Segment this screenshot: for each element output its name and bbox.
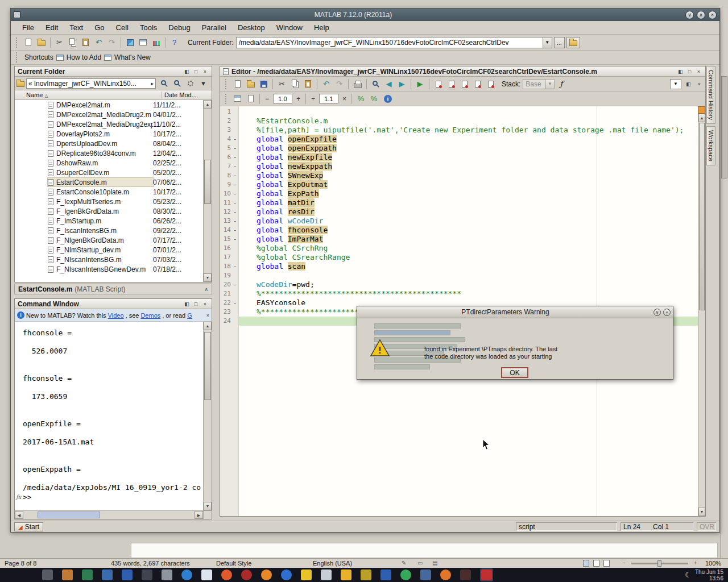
task-slot[interactable] (341, 569, 351, 580)
task-slot[interactable] (181, 569, 192, 580)
single-page-view-icon[interactable] (583, 560, 589, 567)
dock-icon[interactable]: ◧ (685, 80, 692, 88)
edit-mode-icon[interactable]: ✎ (402, 560, 406, 566)
breadcrumb[interactable]: « InovImager_jwrCF_WINLinx150... ▸ (26, 78, 156, 89)
code-line[interactable]: 3%[file,path] = uiputfile('.mat','Create… (220, 126, 698, 135)
redo-icon[interactable]: ↷ (105, 36, 118, 49)
file-row[interactable]: F_IgenBkGrdData.m08/30/2... (15, 206, 203, 216)
editor-header[interactable]: Editor - /media/data/EASY/InovImager_jwr… (220, 66, 705, 77)
menu-window[interactable]: Window (271, 22, 308, 33)
document-icon[interactable] (201, 569, 212, 580)
decrement-button[interactable]: − (262, 94, 272, 103)
find-icon[interactable] (369, 78, 382, 90)
file-row[interactable]: F_NImStartup_dev.m07/01/2... (15, 245, 203, 255)
comment-percent-icon[interactable]: % (354, 93, 367, 105)
insert-cell-icon[interactable] (231, 93, 244, 105)
tab-command-history[interactable]: Command History (706, 66, 715, 124)
dialog-titlebar[interactable]: PTdirectParameters Warning ∨× (357, 306, 673, 318)
code-line[interactable]: 2%EstartConsole.m (220, 117, 698, 126)
actions-arrow-icon[interactable]: ▾ (197, 77, 210, 90)
window-layout-button[interactable]: ▼ (670, 79, 681, 89)
code-line[interactable]: 12-global resDir (220, 207, 698, 217)
task-slot[interactable] (281, 569, 292, 580)
file-row[interactable]: F_ImStartup.m06/26/2... (15, 216, 203, 226)
menu-help[interactable]: Help (308, 22, 335, 33)
command-window-hscrollbar[interactable]: ◀ ▶ (15, 510, 203, 519)
step-in-icon[interactable] (471, 78, 484, 90)
code-line[interactable]: 5-global openExppath (220, 144, 698, 153)
go-forward-icon[interactable]: ▶ (395, 78, 408, 90)
scroll-left-icon[interactable]: ◀ (15, 511, 23, 519)
scroll-up-icon[interactable]: ▲ (204, 322, 212, 330)
save-icon[interactable] (257, 78, 270, 90)
app-icon-16[interactable] (341, 569, 351, 580)
file-row[interactable]: EstartConsole.m07/06/2... (15, 177, 203, 187)
undock-icon[interactable]: ◧ (183, 68, 191, 75)
search-icon[interactable] (158, 77, 171, 90)
shortcut-how-to-add[interactable]: How to Add (67, 53, 101, 61)
close-icon[interactable]: × (201, 68, 209, 75)
menu-parallel[interactable]: Parallel (196, 22, 232, 33)
chevron-down-icon[interactable]: ▼ (543, 38, 552, 48)
code-line[interactable]: 13-global wCodeDir (220, 217, 698, 226)
file-row[interactable]: DMPexcel2mat_MediaDrug2.m04/01/2... (15, 110, 203, 119)
multiply-value-field[interactable]: 1.1 (319, 94, 338, 103)
firefox-icon[interactable] (261, 569, 272, 580)
toolbar-handle[interactable] (225, 79, 228, 89)
app-icon-3[interactable] (82, 569, 93, 580)
step-out-icon[interactable] (484, 78, 497, 90)
office-page-count[interactable]: Page 8 of 8 (5, 560, 36, 567)
file-row[interactable]: DReplicate96to384conv.m12/04/2... (15, 148, 203, 158)
file-row[interactable]: F_IscanIntensBG.m09/22/2... (15, 226, 203, 235)
search-files-icon[interactable] (171, 77, 184, 90)
getting-started-link[interactable]: G (187, 312, 192, 319)
app-icon-21[interactable] (440, 569, 451, 580)
command-window-header[interactable]: Command Window ◧□× (15, 299, 212, 309)
current-folder-header[interactable]: Current Folder ◧□× (15, 66, 212, 77)
undo-icon[interactable]: ↶ (320, 78, 333, 90)
app-icon-19[interactable] (400, 569, 411, 580)
task-slot[interactable] (261, 569, 272, 580)
cut-icon[interactable]: ✂ (53, 36, 66, 49)
close-icon[interactable]: × (695, 68, 702, 75)
active-task-slot[interactable] (480, 568, 493, 581)
shade-icon[interactable]: ∨ (653, 309, 661, 316)
app-icon-7[interactable] (162, 569, 172, 580)
command-window-content[interactable]: fhconsole = 526.0007 fhconsole = 173.065… (15, 322, 203, 510)
close-icon[interactable]: × (201, 300, 209, 307)
undock-icon[interactable]: ◧ (183, 300, 191, 307)
task-slot[interactable] (62, 569, 73, 580)
uncomment-percent-icon[interactable]: % (367, 93, 380, 105)
app-icon-18[interactable] (380, 569, 391, 580)
scrollbar-thumb[interactable] (204, 160, 211, 204)
app-icon-6[interactable] (142, 569, 152, 580)
task-slot[interactable] (440, 569, 451, 580)
cell-divider-icon[interactable] (244, 93, 257, 105)
code-line[interactable]: 1 (220, 107, 698, 117)
copy-icon[interactable] (288, 78, 301, 90)
task-slot[interactable] (361, 569, 371, 580)
code-line[interactable]: 10-global ExpPath (220, 189, 698, 198)
task-slot[interactable] (102, 569, 113, 580)
copy-icon[interactable] (66, 36, 79, 49)
insert-function-button[interactable]: ƒ (555, 78, 568, 90)
scroll-down-icon[interactable]: ▼ (698, 508, 705, 516)
help-icon[interactable]: ? (168, 36, 181, 49)
office-scrollbar-thumb[interactable] (721, 76, 727, 178)
code-line[interactable]: 11-global matDir (220, 198, 698, 207)
undo-icon[interactable]: ↶ (92, 36, 105, 49)
scroll-up-icon[interactable]: ▲ (204, 100, 212, 109)
scrollbar-thumb[interactable] (699, 123, 705, 310)
task-slot[interactable] (142, 569, 152, 580)
scroll-right-icon[interactable]: ▶ (195, 511, 203, 519)
task-slot[interactable] (400, 569, 411, 580)
simulink-icon[interactable] (123, 36, 136, 49)
paste-icon[interactable] (79, 36, 92, 49)
set-breakpoint-icon[interactable] (432, 78, 445, 90)
app-icon-4[interactable] (102, 569, 113, 580)
close-notice-icon[interactable]: × (206, 313, 209, 318)
open-file-icon[interactable] (35, 36, 48, 49)
undock-icon[interactable]: ◧ (677, 68, 684, 75)
code-line[interactable]: 16%global CSrchRng (220, 244, 698, 253)
zoom-slider-thumb[interactable] (657, 560, 661, 567)
